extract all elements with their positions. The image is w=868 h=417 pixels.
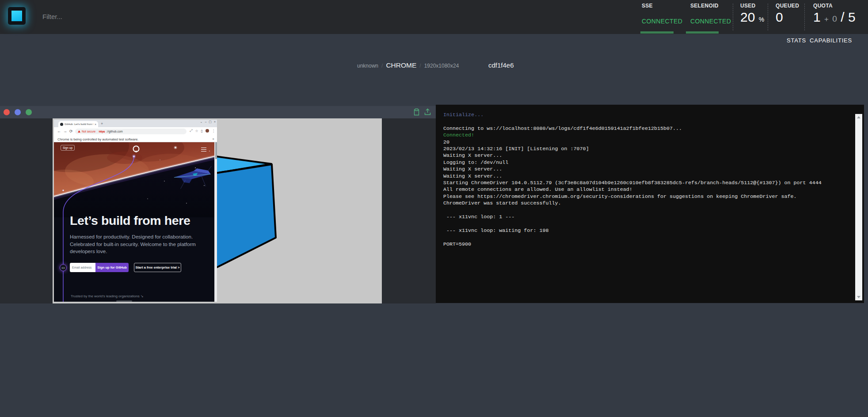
upload-icon[interactable] — [424, 108, 431, 116]
close-dot[interactable] — [4, 109, 10, 115]
hero-heading: Let’s build from here — [70, 214, 190, 227]
github-favicon — [60, 123, 63, 126]
fullscreen-dot[interactable] — [26, 109, 32, 115]
queued-label: QUEUED — [776, 3, 799, 9]
maximize-icon[interactable]: ▢ — [209, 120, 212, 124]
selenoid-value: CONNECTED — [690, 18, 731, 25]
browser-window: GitHub: Let's build from h × + ⌄ – ▢ × ← — [54, 120, 217, 302]
new-tab-button[interactable]: + — [101, 121, 103, 126]
infobar-close-icon[interactable]: × — [212, 137, 214, 141]
clipboard-icon[interactable] — [413, 108, 420, 116]
session-browser: CHROME — [386, 61, 416, 69]
log-scrollbar[interactable] — [855, 114, 862, 300]
remote-desktop: GitHub: Let's build from h × + ⌄ – ▢ × ← — [53, 118, 382, 303]
address-bar[interactable]: Not secure https://github.com — [75, 129, 187, 134]
menu-dots-icon[interactable]: ⋮ — [212, 129, 215, 133]
log-panel: Initialize... Connecting to ws://localho… — [436, 105, 864, 303]
github-signup-button[interactable]: Sign up — [61, 145, 75, 151]
reload-icon[interactable]: ⟳ — [69, 129, 73, 133]
sse-label: SSE — [642, 3, 653, 9]
profile-avatar[interactable] — [206, 129, 209, 133]
side-panel-icon[interactable]: ▯ — [201, 129, 203, 133]
warning-icon — [78, 130, 80, 133]
top-bar: SSE CONNECTED SELENOID CONNECTED USED 20… — [0, 0, 868, 34]
hamburger-icon[interactable] — [201, 148, 206, 152]
queued-value: 0 — [776, 10, 783, 25]
minimize-dot[interactable] — [15, 109, 21, 115]
quota-value: 1 + 0 / 5 — [813, 10, 856, 25]
filter-input[interactable] — [42, 10, 175, 23]
session-id[interactable]: cdf1f4e6 — [488, 61, 514, 69]
session-name: unknown — [357, 63, 378, 69]
toolbar-icons: ⤢ ☆ ▯ ⋮ — [190, 129, 215, 133]
divider — [768, 4, 768, 30]
trusted-by-text: Trusted by the world’s leading organizat… — [71, 294, 144, 298]
quota-label: QUOTA — [813, 3, 833, 9]
close-icon[interactable]: × — [214, 120, 216, 124]
session-header: unknown / CHROME / 1920x1080x24 — [357, 61, 459, 69]
tab-capabilities[interactable]: CAPABILITIES — [810, 37, 852, 44]
cube-graphic — [214, 154, 293, 275]
vnc-screen[interactable]: GitHub: Let's build from h × + ⌄ – ▢ × ← — [0, 118, 436, 303]
menu-chevron-icon[interactable]: ⌄ — [200, 120, 203, 124]
window-buttons: ⌄ – ▢ × — [200, 120, 216, 124]
divider — [733, 4, 733, 30]
browser-scrollbar[interactable] — [214, 142, 217, 302]
browser-tabstrip: GitHub: Let's build from h × + ⌄ – ▢ × — [54, 120, 217, 127]
minimize-icon[interactable]: – — [205, 120, 206, 124]
app-logo[interactable] — [8, 7, 26, 25]
tab-stats[interactable]: STATS — [787, 37, 806, 44]
github-page: Sign up Let’s build from here Harnessed … — [54, 142, 214, 302]
sse-active-indicator — [640, 31, 674, 34]
back-icon[interactable]: ← — [57, 129, 61, 133]
session-log: Initialize... Connecting to ws://localho… — [443, 112, 822, 248]
branch-line — [62, 217, 64, 302]
email-input[interactable] — [70, 263, 95, 272]
selenoid-label: SELENOID — [690, 3, 719, 9]
enterprise-trial-button[interactable]: Start a free enterprise trial > — [134, 263, 181, 272]
app-logo-square — [11, 11, 22, 21]
star-icon[interactable]: ☆ — [195, 129, 198, 133]
browser-tab[interactable]: GitHub: Let's build from h × — [58, 121, 98, 127]
used-value: 20 % — [740, 10, 764, 25]
scroll-up-arrow[interactable] — [857, 116, 860, 118]
forward-icon[interactable]: → — [63, 129, 67, 133]
scrollbar-thumb[interactable] — [215, 142, 217, 159]
tab-close-icon[interactable]: × — [95, 123, 96, 126]
session-resolution: 1920x1080x24 — [424, 63, 459, 69]
vnc-titlebar — [0, 106, 436, 118]
automation-infobar: Chrome is being controlled by automated … — [54, 136, 217, 142]
signup-for-github-button[interactable]: Sign up for GitHub — [95, 263, 129, 272]
hero-subheading: Harnessed for productivity. Designed for… — [70, 233, 202, 255]
used-label: USED — [740, 3, 756, 9]
scroll-down-arrow[interactable] — [857, 296, 860, 298]
sse-value: CONNECTED — [642, 18, 682, 25]
hero-art — [54, 142, 214, 217]
browser-toolbar: ← → ⟳ Not secure https://github.com ⤢ ☆ — [54, 127, 217, 136]
partner-logos-clipped — [116, 300, 132, 302]
code-icon: <> — [60, 264, 67, 271]
share-icon[interactable]: ⤢ — [190, 129, 192, 133]
divider — [804, 4, 805, 30]
selenoid-active-indicator — [686, 31, 719, 34]
